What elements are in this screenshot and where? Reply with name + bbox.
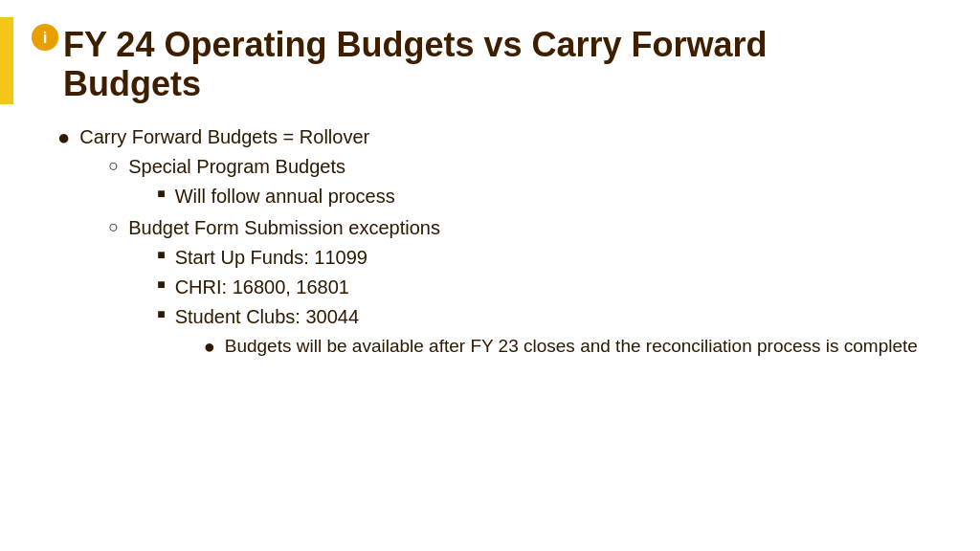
list-item: ■ CHRI: 16800, 16801 [157,274,918,301]
list-item: ○ Budget Form Submission exceptions ■ St… [108,214,918,364]
item-text: Student Clubs: 30044 ● Budgets will be a… [175,303,918,362]
bullet-l3: ■ [157,274,165,297]
accent-bar [0,17,13,104]
list-item: ■ Will follow annual process [157,183,395,210]
bullet-l2: ○ [108,153,119,179]
sub-list-l2: ○ Special Program Budgets ■ Will follow … [108,153,918,364]
header: i FY 24 Operating Budgets vs Carry Forwa… [0,0,980,114]
bullet-l3: ■ [157,303,165,326]
sub-list-l4: ● Budgets will be available after FY 23 … [204,333,918,360]
title-line2: Budgets [63,64,201,103]
item-text: Budget Form Submission exceptions ■ Star… [128,214,918,364]
content-area: ● Carry Forward Budgets = Rollover ○ Spe… [0,114,980,388]
item-label: Will follow annual process [175,183,395,210]
page-title: FY 24 Operating Budgets vs Carry Forward… [63,17,768,104]
main-list: ● Carry Forward Budgets = Rollover ○ Spe… [57,123,923,365]
item-text: Special Program Budgets ■ Will follow an… [128,153,395,212]
item-label: Budgets will be available after FY 23 cl… [225,333,918,360]
item-label: Carry Forward Budgets = Rollover [79,126,369,147]
bullet-l3: ■ [157,183,165,206]
list-item: ● Budgets will be available after FY 23 … [204,333,918,360]
item-text: Carry Forward Budgets = Rollover ○ Speci… [79,123,918,365]
bullet-l1: ● [57,123,70,153]
item-label: Special Program Budgets [128,156,345,177]
bullet-l2: ○ [108,214,119,240]
list-item: ● Carry Forward Budgets = Rollover ○ Spe… [57,123,923,365]
sub-list-l3: ■ Will follow annual process [157,183,395,210]
slide: i FY 24 Operating Budgets vs Carry Forwa… [0,0,980,551]
list-item: ■ Start Up Funds: 11099 [157,244,918,272]
header-icon-area: i [31,17,59,104]
item-label: Budget Form Submission exceptions [128,217,440,238]
list-item: ○ Special Program Budgets ■ Will follow … [108,153,918,212]
list-item: ■ Student Clubs: 30044 ● Budgets will be… [157,303,918,362]
svg-text:i: i [43,29,48,47]
item-label: Student Clubs: 30044 [175,306,359,327]
item-label: Start Up Funds: 11099 [175,244,368,272]
sub-list-l3: ■ Start Up Funds: 11099 ■ CHRI: 16800, 1… [157,244,918,362]
info-icon: i [31,23,59,52]
bullet-l4: ● [204,333,215,360]
title-line1: FY 24 Operating Budgets vs Carry Forward [63,25,768,64]
item-label: CHRI: 16800, 16801 [175,274,349,301]
bullet-l3: ■ [157,244,165,267]
